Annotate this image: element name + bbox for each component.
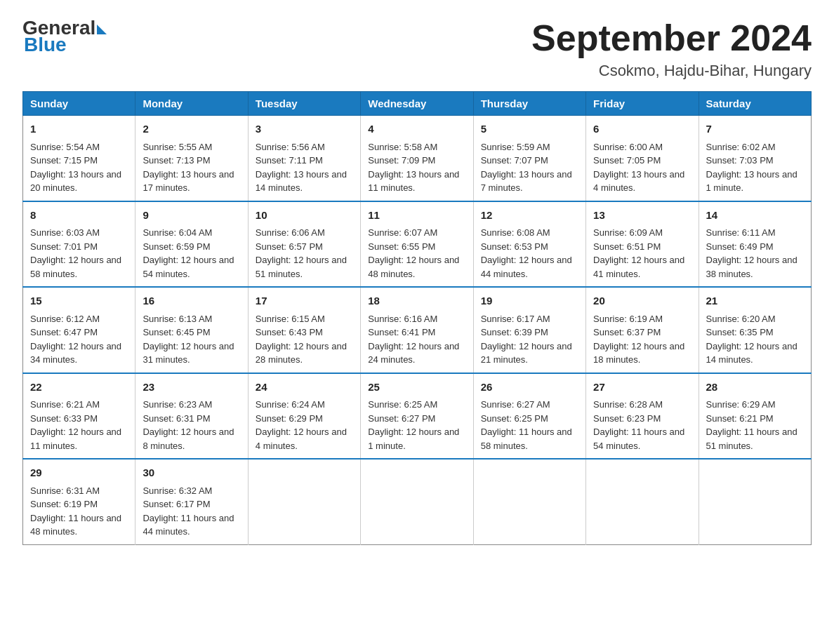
calendar-cell: 14Sunrise: 6:11 AMSunset: 6:49 PMDayligh… — [699, 201, 811, 288]
column-header-wednesday: Wednesday — [361, 92, 473, 116]
day-number: 19 — [481, 293, 578, 309]
day-number: 5 — [481, 121, 578, 137]
day-number: 14 — [706, 208, 804, 224]
day-number: 24 — [256, 380, 353, 396]
calendar-cell — [586, 459, 699, 544]
day-number: 26 — [481, 380, 578, 396]
calendar-week-row: 1Sunrise: 5:54 AMSunset: 7:15 PMDaylight… — [23, 116, 812, 201]
calendar-cell: 23Sunrise: 6:23 AMSunset: 6:31 PMDayligh… — [135, 373, 248, 459]
calendar-cell: 7Sunrise: 6:02 AMSunset: 7:03 PMDaylight… — [699, 116, 811, 201]
calendar-cell — [699, 459, 811, 544]
day-info: Sunrise: 6:12 AMSunset: 6:47 PMDaylight:… — [30, 312, 128, 367]
day-number: 20 — [593, 293, 691, 309]
calendar-cell: 27Sunrise: 6:28 AMSunset: 6:23 PMDayligh… — [586, 373, 699, 459]
column-header-sunday: Sunday — [23, 92, 135, 116]
day-info: Sunrise: 6:16 AMSunset: 6:41 PMDaylight:… — [368, 312, 465, 367]
day-info: Sunrise: 5:56 AMSunset: 7:11 PMDaylight:… — [256, 140, 353, 195]
title-section: September 2024 Csokmo, Hajdu-Bihar, Hung… — [531, 17, 812, 80]
calendar-cell: 19Sunrise: 6:17 AMSunset: 6:39 PMDayligh… — [473, 287, 585, 373]
day-number: 10 — [256, 208, 353, 224]
calendar-cell: 4Sunrise: 5:58 AMSunset: 7:09 PMDaylight… — [361, 116, 473, 201]
day-info: Sunrise: 6:04 AMSunset: 6:59 PMDaylight:… — [143, 226, 240, 281]
calendar-cell: 13Sunrise: 6:09 AMSunset: 6:51 PMDayligh… — [586, 201, 699, 288]
day-number: 3 — [256, 121, 353, 137]
column-header-friday: Friday — [586, 92, 699, 116]
calendar-cell: 28Sunrise: 6:29 AMSunset: 6:21 PMDayligh… — [699, 373, 811, 459]
day-number: 29 — [30, 465, 128, 481]
logo-triangle-icon — [97, 25, 107, 34]
calendar-cell: 3Sunrise: 5:56 AMSunset: 7:11 PMDaylight… — [248, 116, 360, 201]
day-number: 22 — [30, 380, 128, 396]
column-header-monday: Monday — [135, 92, 248, 116]
day-info: Sunrise: 6:32 AMSunset: 6:17 PMDaylight:… — [143, 484, 240, 539]
calendar-cell: 12Sunrise: 6:08 AMSunset: 6:53 PMDayligh… — [473, 201, 585, 288]
day-number: 11 — [368, 208, 465, 224]
calendar-week-row: 22Sunrise: 6:21 AMSunset: 6:33 PMDayligh… — [23, 373, 812, 459]
day-number: 23 — [143, 380, 240, 396]
day-number: 30 — [143, 465, 240, 481]
column-header-saturday: Saturday — [699, 92, 811, 116]
day-info: Sunrise: 6:09 AMSunset: 6:51 PMDaylight:… — [593, 226, 691, 281]
calendar-cell: 30Sunrise: 6:32 AMSunset: 6:17 PMDayligh… — [135, 459, 248, 544]
day-info: Sunrise: 6:29 AMSunset: 6:21 PMDaylight:… — [706, 398, 804, 452]
calendar-cell: 1Sunrise: 5:54 AMSunset: 7:15 PMDaylight… — [23, 116, 135, 201]
calendar-cell — [473, 459, 585, 544]
calendar-cell: 25Sunrise: 6:25 AMSunset: 6:27 PMDayligh… — [361, 373, 473, 459]
calendar-cell: 29Sunrise: 6:31 AMSunset: 6:19 PMDayligh… — [23, 459, 135, 544]
day-info: Sunrise: 6:08 AMSunset: 6:53 PMDaylight:… — [481, 226, 578, 281]
day-number: 21 — [706, 293, 804, 309]
day-number: 12 — [481, 208, 578, 224]
day-info: Sunrise: 6:17 AMSunset: 6:39 PMDaylight:… — [481, 312, 578, 367]
day-number: 28 — [706, 380, 804, 396]
calendar-cell: 18Sunrise: 6:16 AMSunset: 6:41 PMDayligh… — [361, 287, 473, 373]
day-number: 8 — [30, 208, 128, 224]
logo-blue: Blue — [24, 34, 67, 56]
day-number: 16 — [143, 293, 240, 309]
day-number: 27 — [593, 380, 691, 396]
day-info: Sunrise: 6:15 AMSunset: 6:43 PMDaylight:… — [256, 312, 353, 367]
calendar-cell: 2Sunrise: 5:55 AMSunset: 7:13 PMDaylight… — [135, 116, 248, 201]
day-info: Sunrise: 6:31 AMSunset: 6:19 PMDaylight:… — [30, 484, 128, 539]
day-info: Sunrise: 6:28 AMSunset: 6:23 PMDaylight:… — [593, 398, 691, 452]
calendar-cell: 9Sunrise: 6:04 AMSunset: 6:59 PMDaylight… — [135, 201, 248, 288]
calendar-cell: 26Sunrise: 6:27 AMSunset: 6:25 PMDayligh… — [473, 373, 585, 459]
day-number: 15 — [30, 293, 128, 309]
calendar-cell: 21Sunrise: 6:20 AMSunset: 6:35 PMDayligh… — [699, 287, 811, 373]
calendar-cell: 5Sunrise: 5:59 AMSunset: 7:07 PMDaylight… — [473, 116, 585, 201]
day-number: 4 — [368, 121, 465, 137]
calendar-cell — [248, 459, 360, 544]
day-info: Sunrise: 5:54 AMSunset: 7:15 PMDaylight:… — [30, 140, 128, 195]
day-number: 2 — [143, 121, 240, 137]
day-number: 6 — [593, 121, 691, 137]
logo: General Blue — [22, 17, 107, 56]
day-info: Sunrise: 6:06 AMSunset: 6:57 PMDaylight:… — [256, 226, 353, 281]
calendar-cell: 8Sunrise: 6:03 AMSunset: 7:01 PMDaylight… — [23, 201, 135, 288]
day-info: Sunrise: 6:03 AMSunset: 7:01 PMDaylight:… — [30, 226, 128, 281]
calendar-week-row: 15Sunrise: 6:12 AMSunset: 6:47 PMDayligh… — [23, 287, 812, 373]
day-number: 9 — [143, 208, 240, 224]
calendar-week-row: 8Sunrise: 6:03 AMSunset: 7:01 PMDaylight… — [23, 201, 812, 288]
calendar-title: September 2024 — [531, 17, 812, 59]
day-number: 17 — [256, 293, 353, 309]
day-info: Sunrise: 6:27 AMSunset: 6:25 PMDaylight:… — [481, 398, 578, 452]
day-info: Sunrise: 6:07 AMSunset: 6:55 PMDaylight:… — [368, 226, 465, 281]
day-info: Sunrise: 6:00 AMSunset: 7:05 PMDaylight:… — [593, 140, 691, 195]
column-header-tuesday: Tuesday — [248, 92, 360, 116]
calendar-cell: 24Sunrise: 6:24 AMSunset: 6:29 PMDayligh… — [248, 373, 360, 459]
day-info: Sunrise: 6:11 AMSunset: 6:49 PMDaylight:… — [706, 226, 804, 281]
calendar-subtitle: Csokmo, Hajdu-Bihar, Hungary — [531, 62, 812, 80]
day-info: Sunrise: 6:19 AMSunset: 6:37 PMDaylight:… — [593, 312, 691, 367]
day-info: Sunrise: 6:25 AMSunset: 6:27 PMDaylight:… — [368, 398, 465, 452]
calendar-cell: 11Sunrise: 6:07 AMSunset: 6:55 PMDayligh… — [361, 201, 473, 288]
calendar-table: SundayMondayTuesdayWednesdayThursdayFrid… — [22, 91, 812, 545]
day-info: Sunrise: 6:20 AMSunset: 6:35 PMDaylight:… — [706, 312, 804, 367]
day-info: Sunrise: 6:24 AMSunset: 6:29 PMDaylight:… — [256, 398, 353, 452]
column-header-thursday: Thursday — [473, 92, 585, 116]
day-number: 25 — [368, 380, 465, 396]
day-number: 1 — [30, 121, 128, 137]
calendar-header-row: SundayMondayTuesdayWednesdayThursdayFrid… — [23, 92, 812, 116]
calendar-cell: 20Sunrise: 6:19 AMSunset: 6:37 PMDayligh… — [586, 287, 699, 373]
day-info: Sunrise: 5:59 AMSunset: 7:07 PMDaylight:… — [481, 140, 578, 195]
calendar-cell: 22Sunrise: 6:21 AMSunset: 6:33 PMDayligh… — [23, 373, 135, 459]
day-info: Sunrise: 6:21 AMSunset: 6:33 PMDaylight:… — [30, 398, 128, 452]
